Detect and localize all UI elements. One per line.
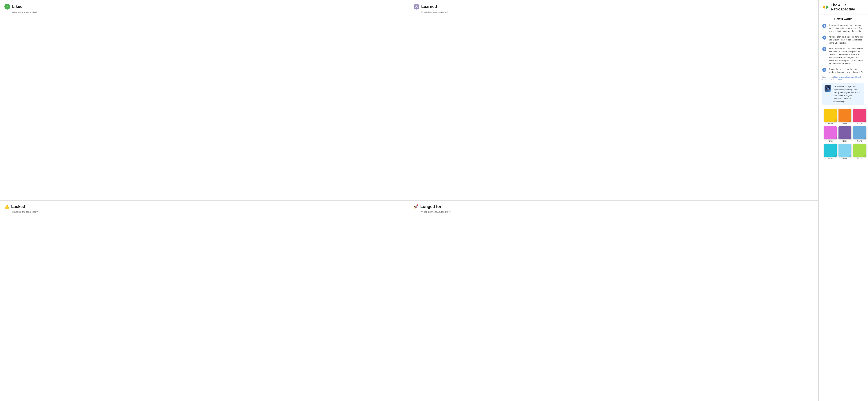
svg-rect-1: [826, 87, 830, 90]
sticky-note-7[interactable]: [838, 144, 851, 157]
quadrant-longed-for: 🚀 Longed for What did the team long for?: [409, 201, 818, 401]
liked-title: Liked: [12, 4, 23, 9]
step-2: 2 As moderator, set a timer for 3 minute…: [823, 35, 864, 44]
learned-title: Learned: [421, 4, 437, 9]
step-4-text: Repeat the process for the other section…: [829, 68, 864, 74]
quadrant-learned: Learned What did the team learn?: [409, 0, 818, 201]
step-2-number: 2: [823, 36, 827, 40]
sticky-container-0: Name: [824, 109, 837, 125]
main-canvas: Liked What did the team like? Learned Wh…: [0, 0, 818, 401]
learned-icon: [413, 4, 420, 9]
sticky-label-4: Name: [842, 140, 847, 142]
liked-icon: [4, 4, 10, 9]
sticky-note-6[interactable]: [824, 144, 837, 157]
sticky-note-1[interactable]: [838, 109, 851, 122]
promo-icon: [825, 85, 831, 92]
step-3-number: 3: [823, 47, 827, 51]
sticky-container-6: Name: [824, 144, 837, 159]
sticky-label-8: Name: [857, 157, 862, 159]
sticky-label-6: Name: [828, 157, 833, 159]
step-4: 4 Repeat the process for the other secti…: [823, 68, 864, 74]
quadrant-liked: Liked What did the team like?: [0, 0, 409, 201]
sticky-container-8: Name: [853, 144, 866, 159]
lacked-icon: ⚠️: [4, 204, 9, 209]
learn-more: Learn more at https://conceptboard.com/b…: [823, 76, 864, 80]
quadrant-lacked: ⚠️ Lacked What did the team lack?: [0, 201, 409, 401]
sticky-container-7: Name: [838, 144, 851, 159]
sticky-container-2: Name: [853, 109, 866, 125]
sticky-label-1: Name: [842, 123, 847, 125]
arrow-left-icon: [823, 5, 825, 9]
step-1-text: Assign a sticky color to each person par…: [829, 24, 864, 33]
sticky-note-8[interactable]: [853, 144, 866, 157]
step-3-text: Set a new timer for 8 minutes and give e…: [829, 47, 864, 65]
promo-box: Get the full Conceptboard experience by …: [823, 83, 864, 105]
promo-text: Get the full Conceptboard experience by …: [833, 85, 862, 103]
sticky-container-1: Name: [838, 109, 851, 125]
sidebar-header: The 4 L's Retrospective: [819, 0, 868, 14]
quadrant-lacked-header: ⚠️ Lacked: [4, 204, 405, 209]
longed-for-subtitle: What did the team long for?: [421, 210, 814, 213]
sidebar-content: How it works 1 Assign a sticky color to …: [819, 14, 868, 162]
sidebar-logo: [823, 5, 829, 9]
quadrant-longed-header: 🚀 Longed for: [413, 204, 814, 209]
sticky-label-2: Name: [857, 123, 862, 125]
sticky-container-4: Name: [838, 126, 851, 142]
sticky-note-4[interactable]: [838, 126, 851, 139]
learned-subtitle: What did the team learn?: [421, 11, 814, 14]
longed-for-title: Longed for: [420, 204, 441, 209]
sticky-container-5: Name: [853, 126, 866, 142]
liked-subtitle: What did the team like?: [12, 11, 405, 14]
sticky-label-7: Name: [842, 157, 847, 159]
sticky-label-3: Name: [828, 140, 833, 142]
lacked-subtitle: What did the team lack?: [12, 210, 405, 213]
step-4-number: 4: [823, 68, 827, 72]
sidebar-title: The 4 L's Retrospective: [831, 3, 864, 11]
step-3: 3 Set a new timer for 8 minutes and give…: [823, 47, 864, 65]
lacked-title: Lacked: [11, 204, 25, 209]
sticky-note-2[interactable]: [853, 109, 866, 122]
sticky-container-3: Name: [824, 126, 837, 142]
step-1-number: 1: [823, 24, 827, 28]
how-it-works-heading: How it works: [823, 18, 864, 21]
sticky-label-0: Name: [828, 123, 833, 125]
sticky-note-5[interactable]: [853, 126, 866, 139]
sticky-label-5: Name: [857, 140, 862, 142]
step-2-text: As moderator, set a timer for 3 minutes …: [829, 35, 864, 44]
stickies-grid: NameNameNameNameNameNameNameNameName: [823, 109, 864, 159]
step-1: 1 Assign a sticky color to each person p…: [823, 24, 864, 33]
arrow-right-icon: [826, 5, 829, 9]
quadrant-learned-header: Learned: [413, 4, 814, 9]
quadrant-liked-header: Liked: [4, 4, 405, 9]
sticky-note-3[interactable]: [824, 126, 837, 139]
sidebar: The 4 L's Retrospective How it works 1 A…: [818, 0, 868, 401]
sticky-note-0[interactable]: [824, 109, 837, 122]
longed-for-icon: 🚀: [413, 204, 418, 209]
